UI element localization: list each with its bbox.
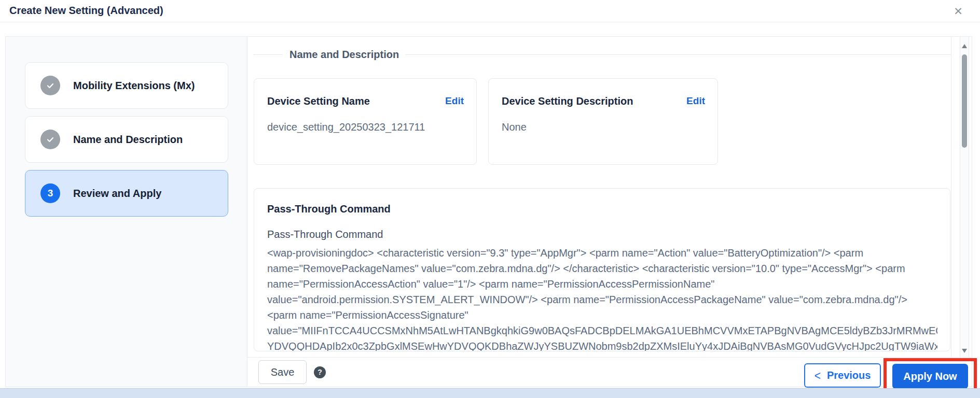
apply-now-button[interactable]: Apply Now xyxy=(892,364,968,389)
legend-divider xyxy=(406,54,951,55)
previous-button-label: Previous xyxy=(827,369,871,381)
edit-name-link[interactable]: Edit xyxy=(445,95,464,107)
section-legend-title: Name and Description xyxy=(283,49,406,61)
scroll-up-arrow-icon[interactable] xyxy=(962,44,967,48)
help-icon[interactable]: ? xyxy=(314,366,326,378)
review-content-panel: Name and Description Device Setting Name… xyxy=(247,37,972,387)
step-completed-check-icon xyxy=(40,76,60,95)
wizard-stepper-sidebar: Mobility Extensions (Mx) Name and Descri… xyxy=(6,37,247,387)
command-line: value="MIIFnTCCA4UCCSMxNhM5AtLwHTANBgkqh… xyxy=(267,323,937,338)
step-label: Mobility Extensions (Mx) xyxy=(73,80,195,92)
edit-description-link[interactable]: Edit xyxy=(686,95,705,107)
section-legend-row: Name and Description xyxy=(254,48,951,61)
previous-button[interactable]: < Previous xyxy=(804,363,881,388)
background-page-edge xyxy=(0,388,980,398)
command-line: <parm name="PermissionAccessSignature" xyxy=(267,307,937,323)
review-scroll-area: Name and Description Device Setting Name… xyxy=(247,37,951,357)
step-completed-check-icon xyxy=(40,130,60,149)
close-icon[interactable]: ✕ xyxy=(950,3,967,20)
dialog-header: Create New Setting (Advanced) ✕ xyxy=(0,0,980,22)
save-button[interactable]: Save xyxy=(258,360,307,384)
card-title: Device Setting Description xyxy=(502,95,633,107)
scrollbar-thumb[interactable] xyxy=(962,54,967,148)
command-line: value="android.permission.SYSTEM_ALERT_W… xyxy=(267,292,937,307)
device-setting-name-value: device_setting_20250323_121711 xyxy=(267,121,464,133)
step-review-and-apply[interactable]: 3 Review and Apply xyxy=(25,170,228,217)
step-number-badge: 3 xyxy=(40,183,60,203)
dialog-body: Mobility Extensions (Mx) Name and Descri… xyxy=(5,36,972,387)
step-name-and-description[interactable]: Name and Description xyxy=(25,116,228,163)
command-line: name="PermissionAccessAction" value="1"/… xyxy=(267,276,937,292)
step-label: Review and Apply xyxy=(73,188,161,200)
device-setting-description-value: None xyxy=(502,121,705,133)
chevron-left-icon: < xyxy=(815,368,821,383)
command-line: YDVQQHDApIb2x0c3ZpbGxlMSEwHwYDVQQKDBhaZW… xyxy=(267,338,937,351)
step-label: Name and Description xyxy=(73,134,183,146)
step-mobility-extensions[interactable]: Mobility Extensions (Mx) xyxy=(25,62,228,109)
scrollbar-gutter xyxy=(951,37,972,357)
legend-divider xyxy=(254,54,283,55)
pass-through-command-text: <wap-provisioningdoc> <characteristic ve… xyxy=(267,245,937,351)
scroll-down-arrow-icon[interactable] xyxy=(962,349,967,353)
command-line: <wap-provisioningdoc> <characteristic ve… xyxy=(267,245,937,261)
device-setting-description-card: Device Setting Description Edit None xyxy=(488,78,718,165)
pass-through-card-title: Pass-Through Command xyxy=(267,203,937,215)
card-title: Device Setting Name xyxy=(267,95,370,107)
pass-through-command-card: Pass-Through Command Pass-Through Comman… xyxy=(254,188,950,351)
pass-through-field-label: Pass-Through Command xyxy=(267,229,937,240)
scrollbar-track[interactable] xyxy=(960,37,969,357)
command-line: name="RemovePackageNames" value="com.zeb… xyxy=(267,261,937,276)
dialog-title: Create New Setting (Advanced) xyxy=(9,5,163,17)
device-setting-name-card: Device Setting Name Edit device_setting_… xyxy=(254,78,477,165)
